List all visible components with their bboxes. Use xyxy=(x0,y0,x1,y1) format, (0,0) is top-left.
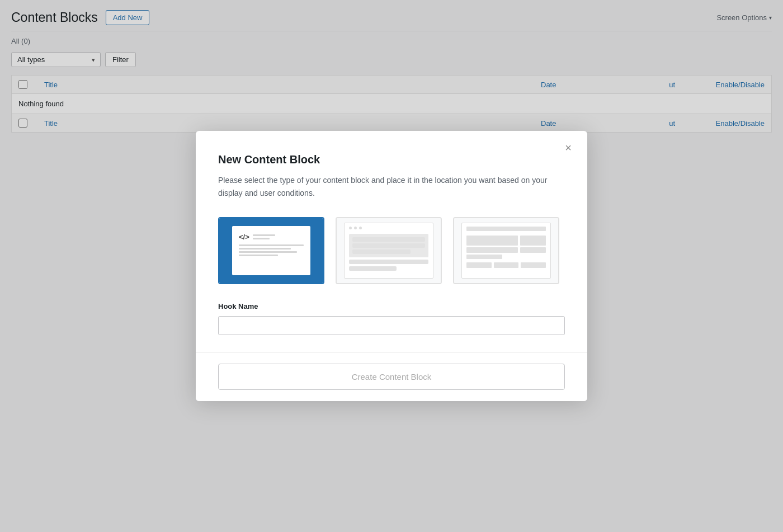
code-line-4 xyxy=(239,255,278,256)
template-footer-block-1 xyxy=(466,262,492,268)
code-card-inner: </> xyxy=(232,226,310,275)
code-block-type-card[interactable]: </> xyxy=(218,217,324,284)
editor-line-4 xyxy=(349,260,428,264)
close-button[interactable]: × xyxy=(560,140,576,156)
editor-content-block xyxy=(349,234,428,257)
code-card-visual: </> xyxy=(219,218,323,283)
code-dot-2 xyxy=(253,238,270,239)
code-lines xyxy=(239,244,304,256)
modal-dialog: × New Content Block Please select the ty… xyxy=(196,131,587,401)
template-card-inner xyxy=(461,223,551,279)
code-line-1 xyxy=(239,244,304,246)
editor-line-2 xyxy=(352,243,425,248)
editor-block-type-card[interactable] xyxy=(336,217,442,284)
code-dot-1 xyxy=(253,234,275,236)
hook-name-input[interactable] xyxy=(218,316,565,335)
code-line-2 xyxy=(239,248,291,249)
template-side-block-2 xyxy=(520,247,546,253)
editor-dot-1 xyxy=(349,227,352,229)
modal-footer: Create Content Block xyxy=(196,352,587,401)
editor-line-3 xyxy=(352,249,411,254)
template-side-col xyxy=(520,236,546,259)
template-footer-block-3 xyxy=(521,262,546,268)
template-block-type-card[interactable]: Custom Template xyxy=(453,217,559,284)
modal-description: Please select the type of your content b… xyxy=(218,174,565,199)
editor-top-bar xyxy=(349,227,428,229)
template-main-col xyxy=(466,236,518,259)
template-footer-row xyxy=(466,262,546,268)
modal-overlay[interactable]: × New Content Block Please select the ty… xyxy=(0,0,783,532)
create-content-block-button[interactable]: Create Content Block xyxy=(218,364,565,390)
code-dots xyxy=(253,234,275,239)
editor-lines xyxy=(349,260,428,271)
editor-card-visual xyxy=(337,218,441,283)
template-main-block-2 xyxy=(466,247,518,253)
editor-dot-2 xyxy=(354,227,357,229)
editor-dot-3 xyxy=(359,227,362,229)
template-row xyxy=(466,236,546,259)
code-line-3 xyxy=(239,251,297,253)
template-card-visual xyxy=(454,218,558,283)
block-types-row: </> xyxy=(218,217,565,284)
code-tag-line: </> xyxy=(239,233,304,241)
template-footer-block-2 xyxy=(494,262,519,268)
template-header-bar xyxy=(466,227,546,231)
code-tag-icon: </> xyxy=(239,233,249,241)
hook-name-label: Hook Name xyxy=(218,302,565,310)
modal-title: New Content Block xyxy=(218,153,565,166)
template-main-block-3 xyxy=(466,255,502,259)
editor-line-5 xyxy=(349,266,397,271)
modal-body: New Content Block Please select the type… xyxy=(196,131,587,352)
template-side-block-1 xyxy=(520,236,546,246)
template-main-block-1 xyxy=(466,236,518,246)
editor-line-1 xyxy=(352,237,425,242)
editor-card-inner xyxy=(344,223,433,279)
